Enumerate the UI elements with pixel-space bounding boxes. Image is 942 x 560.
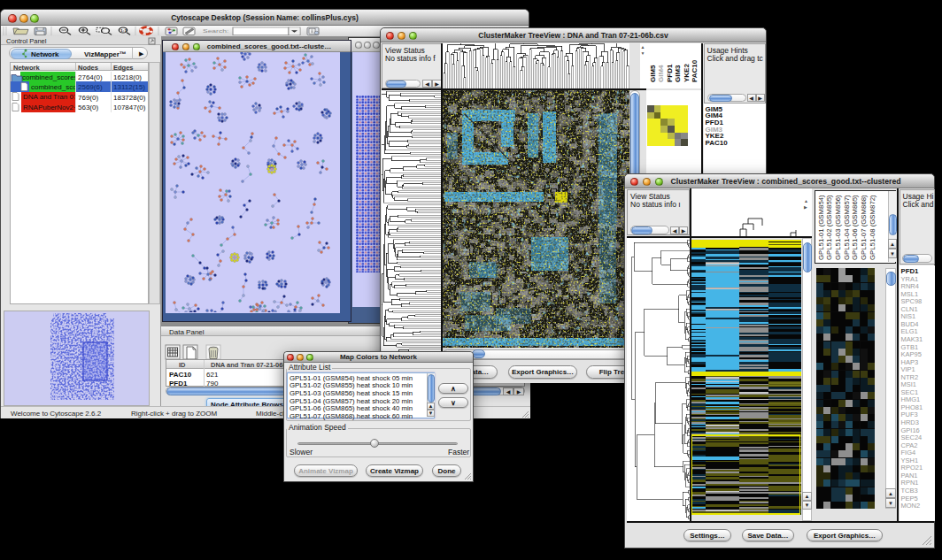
svg-text:GIM3: GIM3 [674,65,682,82]
svg-text:YKE2: YKE2 [683,64,691,82]
svg-text:GPL51-06 (GSM865): GPL51-06 (GSM865) [851,195,859,260]
svg-text:1:1: 1:1 [120,29,127,33]
svg-text:GPL51-04 (GSM857): GPL51-04 (GSM857) [843,195,851,260]
svg-text:GPL51-03 (GSM856): GPL51-03 (GSM856) [834,195,842,260]
svg-text:GIM4: GIM4 [657,65,665,82]
svg-text:Search:: Search: [203,27,228,34]
svg-text:GPL51-02 (GSM855): GPL51-02 (GSM855) [825,195,833,260]
svg-text:GPL51-01 (GSM854): GPL51-01 (GSM854) [817,195,825,260]
svg-text:PFD1: PFD1 [666,64,674,82]
svg-text:GPL51-08 (GSM872): GPL51-08 (GSM872) [869,195,876,260]
svg-text:PAC10: PAC10 [691,59,699,82]
svg-text:GPL51-07 (GSM868): GPL51-07 (GSM868) [860,195,868,260]
svg-text:GIM5: GIM5 [649,65,657,82]
